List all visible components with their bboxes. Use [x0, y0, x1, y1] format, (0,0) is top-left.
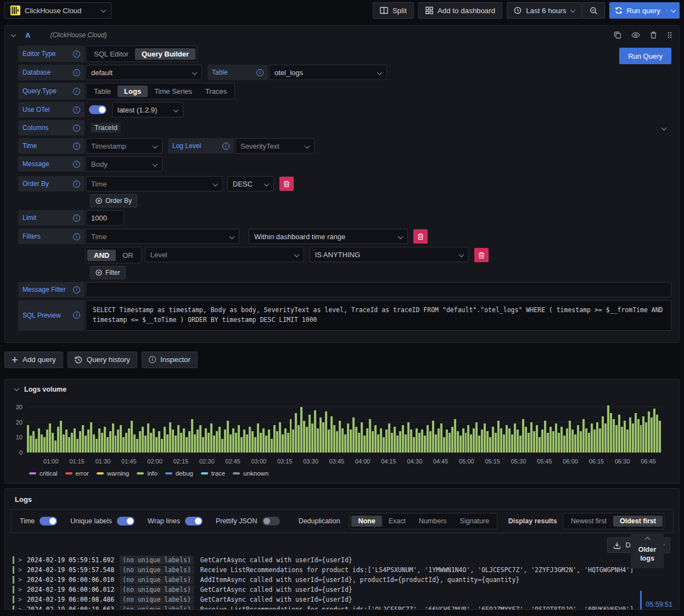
volume-bar[interactable] [399, 431, 401, 453]
chart-plot-area[interactable] [27, 404, 660, 453]
volume-bar[interactable] [235, 433, 237, 453]
volume-bar[interactable] [268, 429, 270, 452]
volume-bar[interactable] [221, 439, 223, 453]
volume-bar[interactable] [635, 413, 637, 453]
volume-bar[interactable] [591, 423, 593, 452]
volume-bar[interactable] [125, 433, 127, 453]
volume-bar[interactable] [536, 425, 538, 453]
volume-bar[interactable] [155, 437, 158, 453]
expand-log-icon[interactable]: > [18, 556, 22, 564]
volume-bar[interactable] [440, 423, 442, 452]
datasource-picker[interactable]: ClickHouse Cloud [4, 2, 111, 19]
volume-bar[interactable] [319, 417, 322, 452]
volume-bar[interactable] [79, 431, 81, 453]
volume-bar[interactable] [454, 419, 456, 453]
volume-bar[interactable] [405, 434, 407, 453]
volume-bar[interactable] [653, 409, 655, 453]
volume-bar[interactable] [93, 434, 95, 453]
volume-bar[interactable] [336, 431, 338, 453]
volume-bar[interactable] [604, 423, 607, 452]
volume-bar[interactable] [626, 429, 629, 452]
volume-bar[interactable] [374, 425, 377, 453]
volume-bar[interactable] [128, 428, 130, 453]
volume-bar[interactable] [470, 434, 472, 453]
message-column-select[interactable]: Body [86, 156, 162, 172]
dedup-numbers[interactable]: Numbers [412, 516, 453, 527]
volume-bar[interactable] [380, 428, 382, 453]
volume-bar[interactable] [87, 429, 89, 452]
volume-bar[interactable] [352, 417, 355, 452]
volume-bar[interactable] [314, 410, 316, 453]
volume-bar[interactable] [607, 405, 609, 452]
volume-bar[interactable] [550, 427, 552, 453]
volume-bar[interactable] [632, 423, 634, 452]
volume-bar[interactable] [366, 428, 368, 453]
volume-bar[interactable] [478, 436, 480, 452]
volume-bar[interactable] [194, 434, 196, 453]
volume-bar[interactable] [186, 437, 188, 453]
volume-bar[interactable] [517, 429, 519, 452]
volume-bar[interactable] [292, 429, 294, 452]
log-row[interactable]: >2024-02-19 06:00:18.663(no unique label… [13, 604, 679, 610]
volume-bar[interactable] [104, 427, 106, 453]
volume-bar[interactable] [558, 433, 560, 453]
volume-bar[interactable] [265, 436, 267, 452]
volume-bar[interactable] [63, 434, 65, 453]
volume-bar[interactable] [85, 436, 87, 452]
volume-bar[interactable] [582, 419, 585, 453]
volume-bar[interactable] [533, 431, 535, 453]
volume-bar[interactable] [484, 423, 486, 452]
volume-bar[interactable] [645, 422, 647, 453]
order-by-direction-select[interactable]: DESC [227, 176, 274, 191]
volume-bar[interactable] [101, 433, 103, 453]
volume-bar[interactable] [199, 425, 201, 453]
editor-type-query-builder[interactable]: Query Builder [135, 48, 195, 60]
display-newest-first[interactable]: Newest first [564, 516, 613, 527]
volume-bar[interactable] [333, 425, 335, 453]
volume-bar[interactable] [117, 429, 119, 452]
volume-bar[interactable] [273, 425, 276, 453]
volume-bar[interactable] [489, 437, 491, 453]
volume-bar[interactable] [552, 431, 554, 453]
volume-bar[interactable] [659, 421, 661, 453]
expand-log-icon[interactable]: > [18, 586, 22, 594]
volume-bar[interactable] [112, 423, 114, 452]
volume-bar[interactable] [306, 427, 308, 453]
volume-bar[interactable] [161, 439, 163, 453]
volume-bar[interactable] [350, 429, 352, 452]
query-ref-id[interactable]: A [25, 31, 30, 39]
volume-bar[interactable] [610, 413, 612, 453]
volume-bar[interactable] [429, 431, 431, 453]
volume-bar[interactable] [388, 423, 390, 452]
volume-bar[interactable] [580, 431, 582, 453]
volume-bar[interactable] [158, 431, 160, 453]
table-select[interactable]: otel_logs [269, 65, 387, 80]
volume-bar[interactable] [82, 425, 84, 453]
volume-bar[interactable] [492, 427, 494, 453]
split-button[interactable]: Split [373, 2, 414, 19]
volume-bar[interactable] [624, 421, 626, 453]
log-navigation-marker[interactable]: 05:59:51 [640, 591, 672, 609]
volume-bar[interactable] [410, 429, 412, 452]
volume-bar[interactable] [303, 421, 305, 453]
editor-type-sql-editor[interactable]: SQL Editor [87, 48, 135, 60]
time-toggle[interactable] [40, 517, 57, 525]
volume-bar[interactable] [539, 437, 541, 453]
volume-bar[interactable] [585, 428, 587, 453]
volume-bar[interactable] [651, 417, 653, 452]
volume-bar[interactable] [208, 433, 210, 453]
message-filter-input[interactable] [86, 282, 671, 297]
volume-bar[interactable] [41, 434, 43, 453]
volume-bar[interactable] [522, 419, 524, 453]
volume-bar[interactable] [52, 433, 54, 453]
volume-bar[interactable] [599, 428, 601, 453]
filter-or-option[interactable]: OR [116, 250, 140, 261]
info-icon[interactable] [73, 312, 80, 319]
volume-bar[interactable] [115, 436, 117, 452]
volume-bar[interactable] [98, 428, 100, 453]
volume-bar[interactable] [347, 423, 349, 452]
volume-bar[interactable] [139, 431, 141, 453]
volume-bar[interactable] [473, 428, 475, 453]
expand-log-icon[interactable]: > [18, 596, 22, 603]
add-to-dashboard-button[interactable]: Add to dashboard [418, 2, 502, 19]
